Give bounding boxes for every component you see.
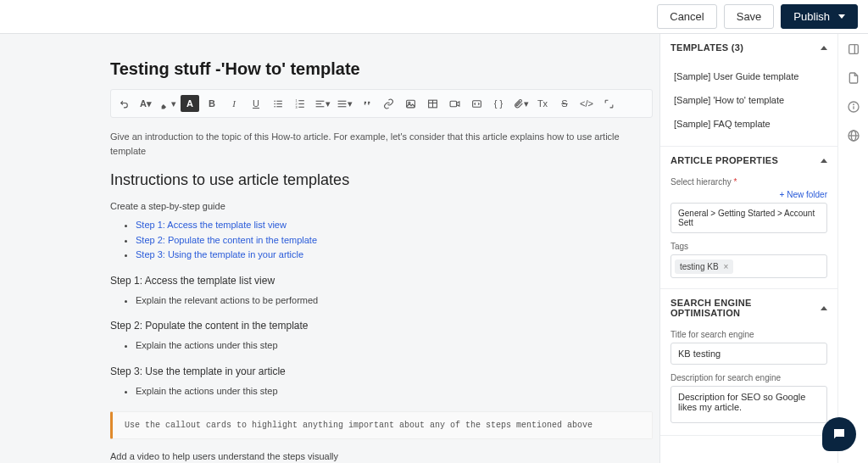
article-title[interactable]: Testing stuff -'How to' template xyxy=(110,59,653,79)
seo-title: SEARCH ENGINE OPTIMISATION xyxy=(670,298,821,318)
editor-toolbar: A▾ ▾ A B I U 123 ▾ ▾ { } ▾ Tx S < xyxy=(110,89,653,118)
tag-chip: testing KB × xyxy=(675,259,733,274)
image-icon[interactable] xyxy=(401,95,420,112)
templates-title: TEMPLATES (3) xyxy=(670,42,743,53)
svg-rect-9 xyxy=(298,103,304,103)
toc-link[interactable]: Step 3: Using the template in your artic… xyxy=(136,249,303,259)
chevron-up-icon xyxy=(821,46,827,50)
svg-rect-17 xyxy=(337,106,346,107)
editor-area: Testing stuff -'How to' template A▾ ▾ A … xyxy=(0,34,659,463)
link-icon[interactable] xyxy=(379,95,398,112)
svg-rect-3 xyxy=(276,103,282,103)
svg-rect-16 xyxy=(337,103,346,103)
svg-rect-5 xyxy=(276,106,282,107)
table-icon[interactable] xyxy=(423,95,442,112)
step-title[interactable]: Step 3: Use the template in your article xyxy=(110,365,653,377)
cancel-button[interactable]: Cancel xyxy=(657,4,716,29)
publish-button[interactable]: Publish xyxy=(781,4,858,29)
svg-rect-11 xyxy=(298,106,304,107)
numbered-list-icon[interactable]: 123 xyxy=(291,95,309,112)
templates-panel: TEMPLATES (3) [Sample] User Guide templa… xyxy=(660,34,837,147)
top-bar: Cancel Save Publish xyxy=(0,0,868,34)
remove-tag-icon[interactable]: × xyxy=(724,262,729,271)
underline-button[interactable]: U xyxy=(247,95,265,112)
italic-button[interactable]: I xyxy=(225,95,243,112)
svg-rect-14 xyxy=(315,106,324,107)
template-item[interactable]: [Sample] User Guide template xyxy=(670,64,827,88)
icon-rail xyxy=(837,34,868,463)
svg-point-0 xyxy=(274,100,275,102)
step-bullet[interactable]: Explain the actions under this step xyxy=(136,338,653,354)
toc-link[interactable]: Step 1: Access the template list view xyxy=(136,220,287,230)
undo-icon[interactable] xyxy=(114,95,133,112)
svg-point-2 xyxy=(274,103,275,104)
quote-icon[interactable] xyxy=(357,95,376,112)
step-bullet[interactable]: Explain the relevant actions to be perfo… xyxy=(136,293,653,309)
properties-header[interactable]: ARTICLE PROPERTIES xyxy=(660,147,837,174)
step-title[interactable]: Step 1: Access the template list view xyxy=(110,275,653,287)
seo-desc-input[interactable]: Description for SEO so Google likes my a… xyxy=(670,386,827,423)
bold-icon[interactable]: A xyxy=(181,95,199,112)
bullet-list-icon[interactable] xyxy=(269,95,287,112)
section-heading[interactable]: Instructions to use article templates xyxy=(110,171,653,189)
video-help-text[interactable]: Add a video to help users understand the… xyxy=(110,451,653,461)
svg-text:3: 3 xyxy=(295,105,297,109)
font-color-icon[interactable]: A▾ xyxy=(136,95,155,112)
globe-icon[interactable] xyxy=(847,129,860,142)
svg-rect-13 xyxy=(315,103,321,103)
svg-rect-1 xyxy=(276,100,282,101)
toc-link[interactable]: Step 2: Populate the content in the temp… xyxy=(136,235,317,245)
chat-fab[interactable] xyxy=(822,417,856,451)
step-title[interactable]: Step 2: Populate the content in the temp… xyxy=(110,320,653,332)
toc-list: Step 1: Access the template list view St… xyxy=(110,218,653,263)
properties-panel: ARTICLE PROPERTIES Select hierarchy + Ne… xyxy=(660,147,837,289)
step-bullet[interactable]: Explain the actions under this step xyxy=(136,384,653,399)
save-button[interactable]: Save xyxy=(724,4,775,29)
panel-toggle-icon[interactable] xyxy=(847,42,860,56)
svg-rect-23 xyxy=(450,101,457,107)
code-icon[interactable]: </> xyxy=(577,95,596,112)
strikethrough-icon[interactable]: S xyxy=(555,95,574,112)
info-icon[interactable] xyxy=(847,100,860,114)
svg-rect-18 xyxy=(406,100,415,108)
properties-title: ARTICLE PROPERTIES xyxy=(670,155,778,165)
seo-panel: SEARCH ENGINE OPTIMISATION Title for sea… xyxy=(660,289,837,436)
svg-point-29 xyxy=(853,104,854,105)
highlight-icon[interactable]: ▾ xyxy=(159,95,177,112)
intro-text[interactable]: Give an introduction to the topic of thi… xyxy=(110,130,653,158)
hierarchy-select[interactable]: General > Getting Started > Account Sett xyxy=(670,203,827,233)
template-item[interactable]: [Sample] FAQ template xyxy=(670,112,827,136)
chat-icon xyxy=(832,427,847,442)
braces-icon[interactable]: { } xyxy=(489,95,508,112)
expand-icon[interactable] xyxy=(599,95,618,112)
tags-input[interactable]: testing KB × xyxy=(670,254,827,278)
bold-button[interactable]: B xyxy=(203,95,221,112)
guide-label[interactable]: Create a step-by-step guide xyxy=(110,201,653,211)
seo-title-label: Title for search engine xyxy=(670,330,827,339)
svg-rect-15 xyxy=(337,100,346,101)
seo-title-input[interactable] xyxy=(670,343,827,365)
hierarchy-label: Select hierarchy xyxy=(670,177,827,187)
template-item[interactable]: [Sample] 'How to' template xyxy=(670,88,827,112)
seo-header[interactable]: SEARCH ENGINE OPTIMISATION xyxy=(660,289,837,326)
right-sidebar: TEMPLATES (3) [Sample] User Guide templa… xyxy=(659,34,837,463)
caret-down-icon xyxy=(838,14,845,19)
publish-label: Publish xyxy=(793,10,830,23)
heading-icon[interactable]: ▾ xyxy=(335,95,353,112)
new-folder-link[interactable]: + New folder xyxy=(780,190,827,199)
code-block-icon[interactable] xyxy=(467,95,486,112)
tag-text: testing KB xyxy=(680,262,719,271)
svg-point-4 xyxy=(274,105,275,107)
chevron-up-icon xyxy=(821,159,827,163)
document-icon[interactable] xyxy=(847,71,860,85)
align-icon[interactable]: ▾ xyxy=(313,95,331,112)
templates-header[interactable]: TEMPLATES (3) xyxy=(660,34,837,61)
tags-label: Tags xyxy=(670,242,827,251)
seo-desc-label: Description for search engine xyxy=(670,373,827,382)
attachment-icon[interactable]: ▾ xyxy=(511,95,530,112)
video-icon[interactable] xyxy=(445,95,464,112)
svg-rect-12 xyxy=(315,100,324,101)
callout-card[interactable]: Use the callout cards to highlight anyth… xyxy=(110,411,653,439)
svg-rect-25 xyxy=(849,45,858,54)
format-icon[interactable]: Tx xyxy=(533,95,552,112)
